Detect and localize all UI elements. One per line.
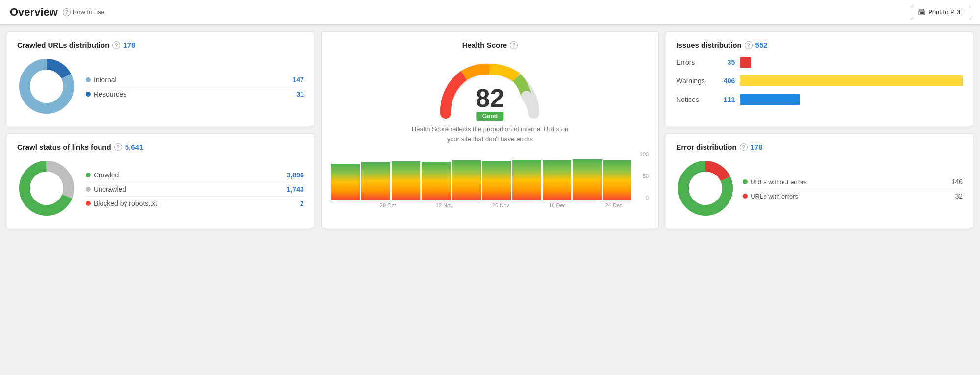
warnings-count: 406 bbox=[715, 77, 735, 85]
print-button[interactable]: Print to PDF bbox=[911, 5, 970, 19]
crawl-status-title: Crawl status of links found ? 5,641 bbox=[17, 143, 304, 151]
crawled-urls-legend: Internal 147 Resources 31 bbox=[86, 73, 304, 101]
bar-col-9 bbox=[573, 151, 602, 200]
x-label-29oct: 29 Oct bbox=[370, 202, 406, 208]
bar-col-7 bbox=[512, 151, 541, 200]
bar-stack-10 bbox=[603, 151, 632, 200]
blocked-label: Blocked by robots.txt bbox=[94, 200, 157, 207]
error-legend-row-without: URLs without errors 146 bbox=[743, 175, 963, 189]
with-errors-value: 32 bbox=[955, 192, 963, 200]
error-dist-total[interactable]: 178 bbox=[751, 143, 763, 151]
warnings-label: Warnings bbox=[676, 77, 710, 85]
crawl-status-legend: Crawled 3,896 Uncrawled 1,743 Blocked by… bbox=[86, 168, 304, 210]
crawl-status-help-icon[interactable]: ? bbox=[114, 143, 122, 151]
bar-stack-8 bbox=[543, 151, 572, 200]
resources-value: 31 bbox=[296, 90, 304, 98]
health-description: Health Score reflects the proportion of … bbox=[412, 125, 568, 144]
main-content: Crawled URLs distribution ? 178 bbox=[0, 25, 980, 235]
notices-count: 111 bbox=[715, 96, 735, 103]
blocked-value: 2 bbox=[300, 200, 304, 207]
internal-value: 147 bbox=[292, 76, 303, 84]
error-legend-table: URLs without errors 146 URLs with errors… bbox=[743, 175, 963, 203]
bar-col-4 bbox=[422, 151, 451, 200]
resources-dot bbox=[86, 92, 91, 97]
error-legend-row-with: URLs with errors 32 bbox=[743, 189, 963, 203]
issue-row-notices: Notices 111 bbox=[676, 94, 963, 105]
header-left: Overview ? How to use bbox=[10, 6, 104, 19]
issues-distribution-title: Issues distribution ? 552 bbox=[676, 41, 963, 49]
crawled-urls-donut bbox=[17, 57, 76, 117]
errors-bar bbox=[740, 57, 751, 68]
crawled-urls-count[interactable]: 178 bbox=[123, 41, 135, 49]
issues-total[interactable]: 552 bbox=[755, 41, 768, 49]
svg-rect-1 bbox=[920, 12, 924, 14]
uncrawled-value: 1,743 bbox=[287, 185, 304, 193]
resources-label: Resources bbox=[94, 90, 126, 98]
print-icon bbox=[918, 9, 925, 16]
errors-label: Errors bbox=[676, 58, 710, 66]
blocked-dot bbox=[86, 201, 91, 206]
errors-bar-wrap bbox=[740, 57, 963, 68]
bar-col-6 bbox=[482, 151, 511, 200]
help-icon: ? bbox=[63, 8, 71, 16]
issues-distribution-card: Issues distribution ? 552 Errors 35 Warn… bbox=[666, 31, 973, 126]
y-label-0: 0 bbox=[634, 195, 649, 200]
bar-stack-2 bbox=[361, 151, 390, 200]
bar-col-3 bbox=[392, 151, 421, 200]
bar-col-5 bbox=[452, 151, 481, 200]
notices-label: Notices bbox=[676, 96, 710, 103]
x-label-12nov: 12 Nov bbox=[427, 202, 462, 208]
internal-dot bbox=[86, 77, 91, 82]
gauge-container: 82 Good bbox=[436, 57, 544, 121]
x-label-10dec: 10 Dec bbox=[539, 202, 575, 208]
page-title: Overview bbox=[10, 6, 58, 19]
crawled-value: 3,896 bbox=[287, 171, 304, 179]
x-axis-labels: 29 Oct 12 Nov 26 Nov 10 Dec 24 Dec bbox=[331, 202, 649, 208]
health-score-help-icon[interactable]: ? bbox=[510, 41, 518, 49]
with-errors-label: URLs with errors bbox=[751, 193, 798, 200]
y-label-50: 50 bbox=[634, 173, 649, 179]
svg-point-12 bbox=[30, 172, 63, 205]
issue-row-errors: Errors 35 bbox=[676, 57, 963, 68]
error-dist-section: URLs without errors 146 URLs with errors… bbox=[676, 159, 963, 219]
svg-point-16 bbox=[689, 172, 722, 205]
how-to-use-label: How to use bbox=[73, 8, 104, 16]
bar-stack-6 bbox=[482, 151, 511, 200]
with-errors-dot bbox=[743, 194, 748, 199]
bar-stack-9 bbox=[573, 151, 602, 200]
crawl-status-total[interactable]: 5,641 bbox=[125, 143, 144, 151]
how-to-use-link[interactable]: ? How to use bbox=[63, 8, 104, 16]
bar-col-10 bbox=[603, 151, 632, 200]
bar-stack-3 bbox=[392, 151, 421, 200]
svg-point-6 bbox=[30, 70, 63, 103]
notices-bar-wrap bbox=[740, 94, 963, 105]
crawled-urls-title: Crawled URLs distribution ? 178 bbox=[17, 41, 304, 49]
issues-help-icon[interactable]: ? bbox=[745, 41, 753, 49]
error-dist-donut bbox=[676, 159, 735, 219]
crawled-urls-help-icon[interactable]: ? bbox=[112, 41, 120, 49]
bar-col-8 bbox=[543, 151, 572, 200]
print-label: Print to PDF bbox=[928, 8, 963, 16]
crawled-dot bbox=[86, 173, 91, 177]
crawled-urls-card: Crawled URLs distribution ? 178 bbox=[7, 31, 314, 126]
header: Overview ? How to use Print to PDF bbox=[0, 0, 980, 25]
errors-count: 35 bbox=[715, 58, 735, 66]
x-label-26nov: 26 Nov bbox=[483, 202, 519, 208]
issues-list: Errors 35 Warnings 406 Notices 111 bbox=[676, 57, 963, 105]
without-errors-dot bbox=[743, 179, 748, 184]
error-dist-help-icon[interactable]: ? bbox=[740, 143, 748, 151]
x-label-24dec: 24 Dec bbox=[596, 202, 631, 208]
crawled-urls-section: Internal 147 Resources 31 bbox=[17, 57, 304, 117]
legend-row-uncrawled: Uncrawled 1,743 bbox=[86, 182, 304, 197]
uncrawled-dot bbox=[86, 187, 91, 192]
without-errors-label: URLs without errors bbox=[751, 178, 807, 186]
legend-row-blocked: Blocked by robots.txt 2 bbox=[86, 197, 304, 210]
health-score-card: Health Score ? 82 Good bbox=[321, 31, 659, 228]
health-score-title: Health Score ? bbox=[462, 41, 518, 49]
warnings-bar bbox=[740, 75, 963, 86]
warnings-bar-wrap bbox=[740, 75, 963, 86]
bar-col-1 bbox=[331, 151, 360, 200]
crawl-status-donut bbox=[17, 159, 76, 219]
bar-stack-4 bbox=[422, 151, 451, 200]
uncrawled-label: Uncrawled bbox=[94, 185, 126, 193]
